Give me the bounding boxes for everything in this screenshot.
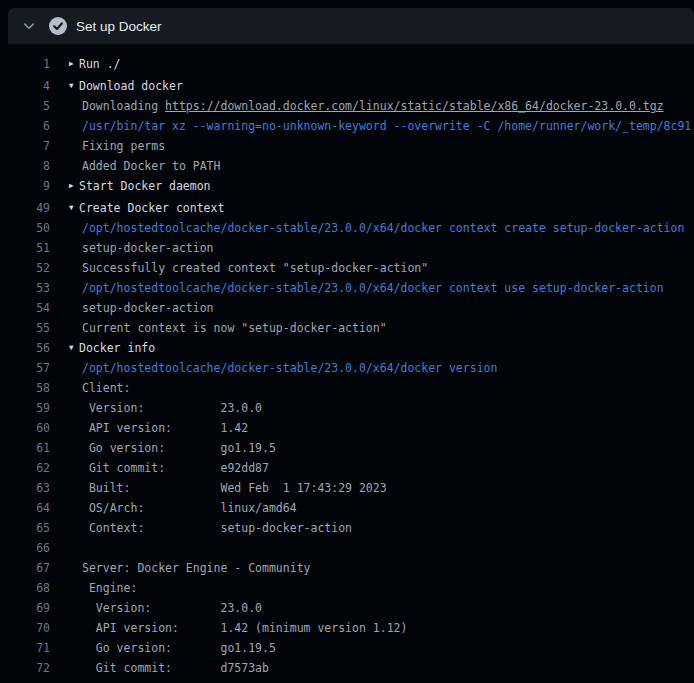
line-number[interactable]: 6: [0, 116, 50, 136]
log-row: 65 Context: setup-docker-action: [0, 518, 694, 538]
log-text: /opt/hostedtoolcache/docker-stable/23.0.…: [82, 358, 497, 378]
log-text: Client:: [82, 378, 130, 398]
group-title: Create Docker context: [79, 198, 224, 218]
log-text: Added Docker to PATH: [82, 156, 220, 176]
line-number[interactable]: 71: [0, 638, 50, 658]
log-text: /opt/hostedtoolcache/docker-stable/23.0.…: [82, 218, 684, 238]
check-circle-icon: [49, 17, 67, 35]
log-text: /usr/bin/tar xz --warning=no-unknown-key…: [82, 116, 691, 136]
log-row: 52Successfully created context "setup-do…: [0, 258, 694, 278]
line-number[interactable]: 65: [0, 518, 50, 538]
log-row: 69 Version: 23.0.0: [0, 598, 694, 618]
line-number[interactable]: 55: [0, 318, 50, 338]
line-number[interactable]: 60: [0, 418, 50, 438]
group-title: Docker info: [79, 338, 155, 358]
line-number[interactable]: 70: [0, 618, 50, 638]
line-number[interactable]: 61: [0, 438, 50, 458]
log-text: Git commit: e92dd87: [82, 458, 269, 478]
log-row: 51setup-docker-action: [0, 238, 694, 258]
line-number[interactable]: 9: [0, 176, 50, 196]
expander-expanded-triangle-icon[interactable]: ▼: [69, 76, 79, 96]
log-text: Version: 23.0.0: [82, 398, 262, 418]
chevron-down-icon[interactable]: [22, 19, 36, 33]
step-header[interactable]: Set up Docker: [8, 8, 694, 44]
line-number[interactable]: 1: [0, 54, 50, 74]
line-number[interactable]: 53: [0, 278, 50, 298]
line-number[interactable]: 54: [0, 298, 50, 318]
log-text: Context: setup-docker-action: [82, 518, 352, 538]
expander-collapsed-triangle-icon[interactable]: ▶: [69, 176, 79, 196]
log-text: /opt/hostedtoolcache/docker-stable/23.0.…: [82, 278, 664, 298]
line-number[interactable]: 63: [0, 478, 50, 498]
log-group-row[interactable]: 49▼Create Docker context: [0, 198, 694, 218]
line-number[interactable]: 49: [0, 198, 50, 218]
expander-collapsed-triangle-icon[interactable]: ▶: [69, 54, 79, 74]
line-number[interactable]: 57: [0, 358, 50, 378]
line-number[interactable]: 59: [0, 398, 50, 418]
log-row: 59 Version: 23.0.0: [0, 398, 694, 418]
log-text: Downloading https://download.docker.com/…: [82, 96, 664, 116]
expander-expanded-triangle-icon[interactable]: ▼: [69, 198, 79, 218]
line-number[interactable]: 58: [0, 378, 50, 398]
log-row: 7Fixing perms: [0, 136, 694, 156]
line-number[interactable]: 64: [0, 498, 50, 518]
log-row: 64 OS/Arch: linux/amd64: [0, 498, 694, 518]
line-number[interactable]: 69: [0, 598, 50, 618]
line-number[interactable]: 68: [0, 578, 50, 598]
log-row: 71 Go version: go1.19.5: [0, 638, 694, 658]
line-number[interactable]: 4: [0, 76, 50, 96]
log-text: Git commit: d7573ab: [82, 658, 269, 678]
line-number[interactable]: 66: [0, 538, 50, 558]
log-row: 67Server: Docker Engine - Community: [0, 558, 694, 578]
log-text: setup-docker-action: [82, 298, 214, 318]
log-row: 70 API version: 1.42 (minimum version 1.…: [0, 618, 694, 638]
log-text: Built: Wed Feb 1 17:43:29 2023: [82, 478, 387, 498]
log-row: 57/opt/hostedtoolcache/docker-stable/23.…: [0, 358, 694, 378]
log-row: 63 Built: Wed Feb 1 17:43:29 2023: [0, 478, 694, 498]
log-row: 62 Git commit: e92dd87: [0, 458, 694, 478]
line-number[interactable]: 5: [0, 96, 50, 116]
log-text: Go version: go1.19.5: [82, 438, 276, 458]
expander-expanded-triangle-icon[interactable]: ▼: [69, 338, 79, 358]
log-row: 66: [0, 538, 694, 558]
log-text: Go version: go1.19.5: [82, 638, 276, 658]
log-text: API version: 1.42: [82, 418, 248, 438]
line-number[interactable]: 51: [0, 238, 50, 258]
actions-log-viewer: { "header": { "title": "Set up Docker", …: [0, 0, 694, 683]
log-row: 60 API version: 1.42: [0, 418, 694, 438]
log-text: OS/Arch: linux/amd64: [82, 498, 297, 518]
group-title: Download docker: [79, 76, 183, 96]
log-row: 72 Git commit: d7573ab: [0, 658, 694, 678]
log-link-url[interactable]: https://download.docker.com/linux/static…: [165, 99, 664, 113]
log-text: Successfully created context "setup-dock…: [82, 258, 428, 278]
log-text: Server: Docker Engine - Community: [82, 558, 310, 578]
log-text: Fixing perms: [82, 136, 165, 156]
log-group-row[interactable]: 4▼Download docker: [0, 76, 694, 96]
log-row: 61 Go version: go1.19.5: [0, 438, 694, 458]
step-title: Set up Docker: [76, 19, 162, 34]
log-row: 50/opt/hostedtoolcache/docker-stable/23.…: [0, 218, 694, 238]
line-number[interactable]: 67: [0, 558, 50, 578]
log-text: API version: 1.42 (minimum version 1.12): [82, 618, 407, 638]
line-number[interactable]: 62: [0, 458, 50, 478]
line-number[interactable]: 56: [0, 338, 50, 358]
log-text: Engine:: [82, 578, 137, 598]
log-row: 55Current context is now "setup-docker-a…: [0, 318, 694, 338]
log-text: setup-docker-action: [82, 238, 214, 258]
group-title: Start Docker daemon: [79, 176, 211, 196]
log-group-row[interactable]: 56▼Docker info: [0, 338, 694, 358]
log-row: 54setup-docker-action: [0, 298, 694, 318]
group-title: Run ./: [79, 54, 121, 74]
line-number[interactable]: 7: [0, 136, 50, 156]
log-row: 8Added Docker to PATH: [0, 156, 694, 176]
line-number[interactable]: 50: [0, 218, 50, 238]
line-number[interactable]: 8: [0, 156, 50, 176]
log-row: 53/opt/hostedtoolcache/docker-stable/23.…: [0, 278, 694, 298]
log-row: 58Client:: [0, 378, 694, 398]
line-number[interactable]: 72: [0, 658, 50, 678]
line-number[interactable]: 52: [0, 258, 50, 278]
log-group-row[interactable]: 1▶Run ./: [0, 54, 694, 74]
log-group-row[interactable]: 9▶Start Docker daemon: [0, 176, 694, 196]
log-text: Current context is now "setup-docker-act…: [82, 318, 387, 338]
log-text: Version: 23.0.0: [82, 598, 262, 618]
